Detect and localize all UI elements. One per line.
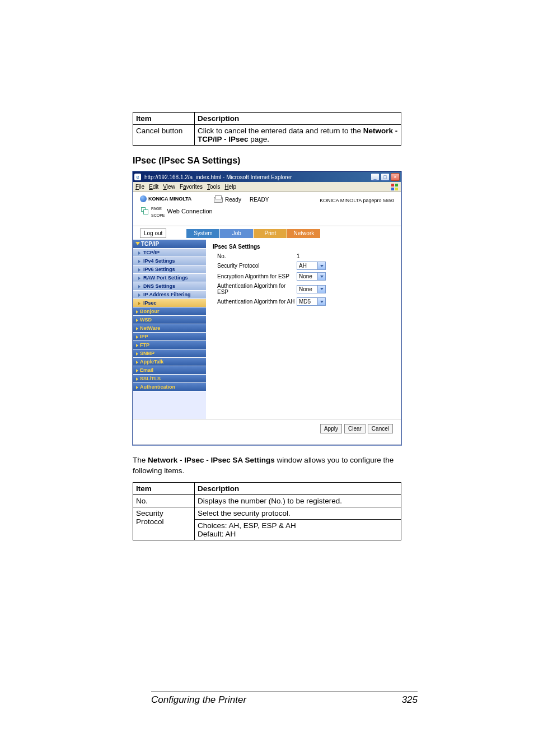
svg-rect-0 (391, 184, 394, 186)
close-button[interactable]: × (391, 173, 400, 181)
t1-h1: Item (133, 113, 195, 125)
printer-icon (213, 195, 223, 203)
detail-title: IPsec SA Settings (213, 244, 394, 250)
menu-tools[interactable]: Tools (207, 184, 220, 190)
sidebar-sub-rawport[interactable]: RAW Port Settings (133, 274, 206, 282)
clear-button[interactable]: Clear (344, 424, 366, 433)
t2-r2-extra: Choices: AH, ESP, ESP & AH Default: AH (195, 519, 401, 540)
ready-badge: Ready (213, 195, 241, 203)
windows-flag-icon (391, 183, 399, 191)
form-label-auth-esp: Authentication Algorithm for ESP (213, 283, 297, 295)
chevron-down-icon (317, 262, 325, 269)
page-number: 325 (402, 694, 418, 706)
cancel-button[interactable]: Cancel (368, 424, 393, 433)
sidebar-item-ipp[interactable]: IPP (133, 333, 206, 341)
t2-r1-desc: Displays the number (No.) to be register… (195, 494, 401, 507)
window-title: http://192.168.1.2/a_index.html - Micros… (143, 174, 369, 180)
t1-item: Cancel button (133, 125, 195, 146)
caption-text: The Network - IPsec - IPsec SA Settings … (133, 455, 401, 477)
sidebar-item-bonjour[interactable]: Bonjour (133, 307, 206, 316)
select-security-protocol[interactable]: AH (297, 262, 326, 270)
sidebar-item-email[interactable]: Email (133, 366, 206, 375)
tab-system[interactable]: System (186, 229, 220, 238)
chevron-down-icon (317, 286, 325, 293)
titlebar: e http://192.168.1.2/a_index.html - Micr… (133, 172, 401, 182)
chevron-down-icon (317, 273, 325, 280)
sidebar-top-tcpip[interactable]: TCP/IP (133, 240, 206, 249)
menu-file[interactable]: File (135, 184, 144, 190)
form-label-no: No. (213, 253, 297, 259)
tab-job[interactable]: Job (220, 229, 254, 238)
select-auth-ah[interactable]: MD5 (297, 297, 326, 306)
menu-view[interactable]: View (163, 184, 175, 190)
tab-network[interactable]: Network (287, 229, 321, 238)
form-label-enc-esp: Encryption Algorithm for ESP (213, 273, 297, 279)
page-footer: Configuring the Printer 325 (151, 692, 418, 706)
brand-logo: KONICA MINOLTA (140, 195, 213, 202)
select-auth-esp[interactable]: None (297, 285, 326, 293)
t2-r1-item: No. (133, 494, 195, 507)
sidebar-sub-ipfilter[interactable]: IP Address Filtering (133, 291, 206, 299)
footer-title: Configuring the Printer (151, 694, 246, 706)
t1-desc: Click to cancel the entered data and ret… (195, 125, 401, 146)
chevron-down-icon (317, 298, 325, 305)
t2-r2-item: Security Protocol (133, 507, 195, 540)
form-label-secproto: Security Protocol (213, 263, 297, 269)
t2-h2: Description (195, 482, 401, 494)
minimize-button[interactable]: _ (371, 173, 380, 181)
brand-dot-icon (140, 195, 147, 202)
ie-icon: e (134, 174, 141, 180)
menu-favorites[interactable]: Favorites (180, 184, 203, 190)
pagescope-icon (140, 207, 149, 216)
cancel-button-table: Item Description Cancel button Click to … (133, 112, 401, 146)
t1-h2: Description (195, 113, 401, 125)
section-title: IPsec (IPsec SA Settings) (133, 156, 401, 166)
menubar: File Edit View Favorites Tools Help (133, 182, 401, 192)
sidebar-item-netware[interactable]: NetWare (133, 324, 206, 333)
logout-button[interactable]: Log out (140, 228, 166, 238)
menu-help[interactable]: Help (224, 184, 236, 190)
sidebar: TCP/IP TCP/IP IPv4 Settings IPv6 Setting… (133, 240, 206, 419)
t2-h1: Item (133, 482, 195, 494)
sidebar-item-snmp[interactable]: SNMP (133, 349, 206, 358)
t2-r2-desc: Select the security protocol. (195, 507, 401, 519)
svg-rect-2 (391, 188, 394, 190)
model-label: KONICA MINOLTA pagepro 5650 (320, 195, 394, 218)
browser-window: e http://192.168.1.2/a_index.html - Micr… (133, 171, 401, 445)
ready-status: READY (250, 195, 269, 203)
pagescope-label: PAGESCOPE Web Connection (140, 204, 213, 218)
apply-button[interactable]: Apply (320, 424, 342, 433)
sidebar-item-wsd[interactable]: WSD (133, 316, 206, 324)
sidebar-item-ssltls[interactable]: SSL/TLS (133, 375, 206, 383)
form-value-no: 1 (297, 253, 300, 259)
form-label-auth-ah: Authentication Algorithm for AH (213, 298, 297, 305)
svg-rect-3 (395, 188, 398, 190)
svg-rect-1 (395, 184, 398, 186)
menu-edit[interactable]: Edit (149, 184, 158, 190)
sidebar-sub-dns[interactable]: DNS Settings (133, 282, 206, 291)
sidebar-item-auth[interactable]: Authentication (133, 383, 206, 391)
sidebar-sub-tcpip[interactable]: TCP/IP (133, 249, 206, 257)
sidebar-item-ftp[interactable]: FTP (133, 341, 206, 349)
select-enc-esp[interactable]: None (297, 272, 326, 281)
sidebar-sub-ipsec[interactable]: IPsec (133, 299, 206, 307)
sidebar-item-appletalk[interactable]: AppleTalk (133, 358, 206, 366)
sidebar-sub-ipv4[interactable]: IPv4 Settings (133, 257, 206, 265)
tab-print[interactable]: Print (254, 229, 287, 238)
settings-table: Item Description No. Displays the number… (133, 482, 401, 540)
sidebar-sub-ipv6[interactable]: IPv6 Settings (133, 265, 206, 274)
maximize-button[interactable]: □ (381, 173, 390, 181)
